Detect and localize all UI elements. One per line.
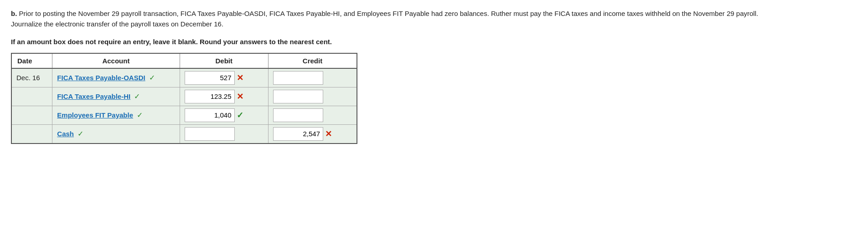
part-label: b. [11, 10, 17, 17]
check-icon-fit: ✓ [137, 111, 143, 119]
account-link-cash[interactable]: Cash [57, 130, 74, 138]
debit-cell-3: ✓ [180, 106, 268, 124]
account-cell-3: Employees FIT Payable ✓ [52, 106, 180, 124]
debit-cell-2: ✕ [180, 87, 268, 106]
table-row: Dec. 16 FICA Taxes Payable-OASDI ✓ ✕ [11, 68, 357, 87]
table-row: FICA Taxes Payable-HI ✓ ✕ [11, 87, 357, 106]
date-cell-1: Dec. 16 [11, 68, 52, 87]
account-link-fit[interactable]: Employees FIT Payable [57, 111, 133, 119]
credit-cell-4: ✕ [269, 124, 357, 144]
debit-input-cash[interactable] [185, 127, 235, 141]
credit-input-oasdi[interactable] [273, 71, 323, 85]
credit-input-hi[interactable] [273, 90, 323, 103]
clear-credit-cash-icon[interactable]: ✕ [325, 129, 332, 139]
account-link-fica-oasdi[interactable]: FICA Taxes Payable-OASDI [57, 74, 145, 82]
credit-cell-2 [269, 87, 357, 106]
credit-input-cash[interactable] [273, 127, 323, 141]
account-cell-4: Cash ✓ [52, 124, 180, 144]
credit-cell-1 [269, 68, 357, 87]
credit-input-fit[interactable] [273, 108, 323, 122]
date-cell-2 [11, 87, 52, 106]
check-icon-oasdi: ✓ [149, 74, 155, 82]
check-debit-fit-icon: ✓ [237, 110, 243, 120]
table-row: Employees FIT Payable ✓ ✓ [11, 106, 357, 124]
header-credit: Credit [269, 53, 357, 68]
debit-cell-1: ✕ [180, 68, 268, 87]
intro-text: Prior to posting the November 29 payroll… [11, 10, 758, 28]
check-icon-hi: ✓ [134, 92, 140, 100]
table-header-row: Date Account Debit Credit [11, 53, 357, 68]
credit-cell-3 [269, 106, 357, 124]
debit-input-fit[interactable] [185, 108, 235, 122]
debit-cell-4 [180, 124, 268, 144]
journal-entry-table: Date Account Debit Credit Dec. 16 FICA T… [11, 53, 357, 144]
table-row: Cash ✓ ✕ [11, 124, 357, 144]
clear-debit-oasdi-icon[interactable]: ✕ [237, 73, 243, 83]
account-cell-1: FICA Taxes Payable-OASDI ✓ [52, 68, 180, 87]
date-cell-3 [11, 106, 52, 124]
debit-input-hi[interactable] [185, 90, 235, 103]
account-cell-2: FICA Taxes Payable-HI ✓ [52, 87, 180, 106]
debit-input-oasdi[interactable] [185, 71, 235, 85]
header-debit: Debit [180, 53, 268, 68]
header-date: Date [11, 53, 52, 68]
check-icon-cash: ✓ [78, 130, 83, 138]
instruction-text: If an amount box does not require an ent… [11, 38, 857, 46]
header-account: Account [52, 53, 180, 68]
intro-paragraph: b. Prior to posting the November 29 payr… [11, 8, 786, 30]
date-cell-4 [11, 124, 52, 144]
clear-debit-hi-icon[interactable]: ✕ [237, 92, 243, 102]
account-link-fica-hi[interactable]: FICA Taxes Payable-HI [57, 92, 130, 100]
